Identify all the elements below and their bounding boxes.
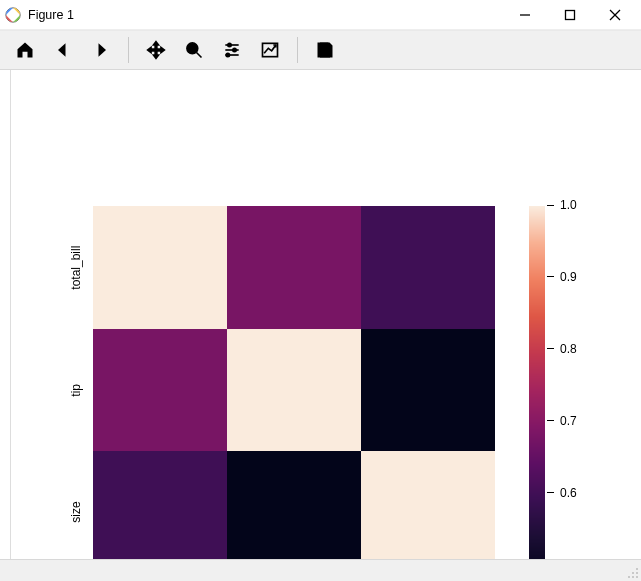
window-titlebar: Figure 1 — [0, 0, 641, 30]
forward-button[interactable] — [84, 34, 118, 66]
configure-subplots-button[interactable] — [215, 34, 249, 66]
heatmap-cell — [361, 329, 495, 452]
colorbar-tick-label: 0.6 — [560, 486, 577, 500]
save-button[interactable] — [308, 34, 342, 66]
svg-point-22 — [636, 576, 638, 578]
svg-point-17 — [636, 568, 638, 570]
heatmap-cell — [93, 329, 227, 452]
app-icon — [4, 6, 22, 24]
y-tick-label: tip — [69, 329, 83, 452]
svg-point-18 — [632, 572, 634, 574]
maximize-button[interactable] — [547, 1, 592, 29]
colorbar-tick-label: 1.0 — [560, 198, 577, 212]
matplotlib-toolbar — [0, 30, 641, 70]
heatmap-cell — [93, 206, 227, 329]
colorbar-tick-label: 0.8 — [560, 342, 577, 356]
minimize-button[interactable] — [502, 1, 547, 29]
figure-canvas[interactable]: total_billtipsize total_billtipsize 1.00… — [0, 70, 641, 581]
window-title: Figure 1 — [28, 8, 502, 22]
y-axis-labels: total_billtipsize — [69, 206, 93, 574]
colorbar-tick: 0.8 — [547, 342, 577, 356]
svg-rect-3 — [565, 10, 574, 19]
heatmap-cell — [361, 206, 495, 329]
status-bar — [0, 559, 641, 581]
back-button[interactable] — [46, 34, 80, 66]
colorbar-tick-label: 0.9 — [560, 270, 577, 284]
home-button[interactable] — [8, 34, 42, 66]
heatmap-cell — [227, 451, 361, 574]
pan-button[interactable] — [139, 34, 173, 66]
plot-area: total_billtipsize total_billtipsize 1.00… — [10, 70, 641, 581]
heatmap-cell — [361, 451, 495, 574]
resize-grip-icon — [625, 565, 639, 579]
svg-point-19 — [636, 572, 638, 574]
edit-axes-button[interactable] — [253, 34, 287, 66]
toolbar-separator — [297, 37, 298, 63]
colorbar-tick: 0.7 — [547, 414, 577, 428]
heatmap-cell — [93, 451, 227, 574]
heatmap-cell — [227, 329, 361, 452]
svg-line-7 — [197, 53, 202, 58]
colorbar-ticks: 1.00.90.80.70.60.5 — [547, 198, 597, 581]
colorbar-tick: 0.6 — [547, 486, 577, 500]
colorbar-tick-label: 0.7 — [560, 414, 577, 428]
svg-point-13 — [226, 53, 229, 56]
svg-point-21 — [632, 576, 634, 578]
heatmap-cell — [227, 206, 361, 329]
svg-point-9 — [228, 43, 231, 46]
colorbar-tick: 1.0 — [547, 198, 577, 212]
y-tick-label: total_bill — [69, 206, 83, 329]
colorbar-tick: 0.9 — [547, 270, 577, 284]
svg-point-1 — [10, 12, 15, 17]
svg-point-6 — [187, 43, 198, 54]
svg-point-20 — [628, 576, 630, 578]
colorbar — [529, 206, 545, 574]
close-button[interactable] — [592, 1, 637, 29]
y-tick-label: size — [69, 451, 83, 574]
toolbar-separator — [128, 37, 129, 63]
window-controls — [502, 1, 637, 29]
svg-point-11 — [233, 48, 236, 51]
zoom-button[interactable] — [177, 34, 211, 66]
heatmap — [93, 206, 495, 574]
